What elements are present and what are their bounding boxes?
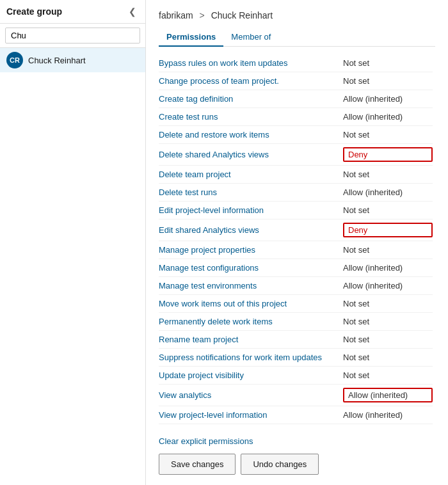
permission-name[interactable]: Edit shared Analytics views xyxy=(159,225,343,235)
table-row: Create tag definitionAllow (inherited) xyxy=(159,90,433,108)
permission-name[interactable]: Move work items out of this project xyxy=(159,299,343,308)
sidebar-title: Create group xyxy=(6,6,62,17)
permission-name[interactable]: Delete team project xyxy=(159,170,343,179)
permission-name[interactable]: Delete and restore work items xyxy=(159,130,343,139)
breadcrumb-separator: > xyxy=(200,10,205,20)
permission-name[interactable]: Change process of team project. xyxy=(159,76,343,86)
table-row: Delete and restore work itemsNot set xyxy=(159,126,433,144)
permission-name[interactable]: Manage test configurations xyxy=(159,263,343,273)
permission-value: Allow (inherited) xyxy=(343,112,433,122)
permission-name[interactable]: Bypass rules on work item updates xyxy=(159,58,343,68)
footer: Clear explicit permissions Save changes … xyxy=(159,429,435,485)
table-row: Delete test runsAllow (inherited) xyxy=(159,184,433,202)
permission-value: Allow (inherited) xyxy=(343,187,433,197)
clear-explicit-permissions-link[interactable]: Clear explicit permissions xyxy=(159,436,435,446)
permission-name[interactable]: Suppress notifications for work item upd… xyxy=(159,353,343,362)
permission-name[interactable]: Permanently delete work items xyxy=(159,317,343,326)
permission-value: Not set xyxy=(343,76,433,86)
permission-name[interactable]: Create test runs xyxy=(159,112,343,122)
permission-value: Not set xyxy=(343,245,433,255)
table-row: Permanently delete work itemsNot set xyxy=(159,313,433,331)
permission-name[interactable]: Manage test environments xyxy=(159,281,343,290)
table-row: Delete shared Analytics viewsDeny xyxy=(159,144,433,166)
permission-value: Allow (inherited) xyxy=(343,263,433,273)
sidebar-search-input[interactable] xyxy=(5,28,140,44)
permission-value: Not set xyxy=(343,317,433,326)
table-row: Manage project propertiesNot set xyxy=(159,241,433,259)
table-row: Bypass rules on work item updatesNot set xyxy=(159,54,433,72)
sidebar-collapse-button[interactable]: ❮ xyxy=(126,5,139,18)
table-row: Manage test environmentsAllow (inherited… xyxy=(159,277,433,295)
table-row: Delete team projectNot set xyxy=(159,166,433,184)
table-row: View analyticsAllow (inherited) xyxy=(159,385,433,406)
permission-value: Not set xyxy=(343,205,433,215)
breadcrumb-org: fabrikam xyxy=(159,10,193,20)
sidebar-user-list: CR Chuck Reinhart xyxy=(0,48,145,485)
permission-name[interactable]: Delete shared Analytics views xyxy=(159,150,343,159)
permission-value: Not set xyxy=(343,299,433,308)
tabs: Permissions Member of xyxy=(159,28,435,47)
permission-value: Not set xyxy=(343,130,433,139)
permission-value: Allow (inherited) xyxy=(343,281,433,290)
table-row: Change process of team project.Not set xyxy=(159,72,433,90)
permission-name[interactable]: Manage project properties xyxy=(159,245,343,255)
permission-name[interactable]: Update project visibility xyxy=(159,370,343,380)
table-row: Manage test configurationsAllow (inherit… xyxy=(159,259,433,277)
permission-name[interactable]: Create tag definition xyxy=(159,94,343,104)
permission-value: Not set xyxy=(343,58,433,68)
sidebar: Create group ❮ CR Chuck Reinhart xyxy=(0,0,146,485)
permission-name[interactable]: View analytics xyxy=(159,390,343,400)
table-row: Suppress notifications for work item upd… xyxy=(159,349,433,367)
permission-value: Allow (inherited) xyxy=(343,410,433,420)
avatar: CR xyxy=(6,52,23,68)
user-name: Chuck Reinhart xyxy=(28,56,86,65)
permission-value: Deny xyxy=(343,223,433,237)
table-row: Update project visibilityNot set xyxy=(159,367,433,385)
permission-name[interactable]: Delete test runs xyxy=(159,187,343,197)
sidebar-header: Create group ❮ xyxy=(0,0,145,24)
permission-name[interactable]: Rename team project xyxy=(159,335,343,344)
permission-value: Allow (inherited) xyxy=(343,388,433,402)
main-content: fabrikam > Chuck Reinhart Permissions Me… xyxy=(146,0,448,485)
permissions-table: Bypass rules on work item updatesNot set… xyxy=(159,54,435,429)
sidebar-user-item[interactable]: CR Chuck Reinhart xyxy=(0,48,145,72)
table-row: Move work items out of this projectNot s… xyxy=(159,295,433,313)
tab-member-of[interactable]: Member of xyxy=(223,28,278,47)
tab-permissions[interactable]: Permissions xyxy=(159,28,223,47)
permission-value: Deny xyxy=(343,147,433,162)
permission-value: Not set xyxy=(343,370,433,380)
table-row: Edit shared Analytics viewsDeny xyxy=(159,219,433,241)
undo-changes-button[interactable]: Undo changes xyxy=(241,454,319,475)
permission-name[interactable]: View project-level information xyxy=(159,410,343,420)
sidebar-search-container xyxy=(0,24,145,48)
permission-value: Not set xyxy=(343,353,433,362)
permission-value: Not set xyxy=(343,335,433,344)
footer-buttons: Save changes Undo changes xyxy=(159,454,435,475)
save-changes-button[interactable]: Save changes xyxy=(159,454,236,475)
table-row: View project-level informationAllow (inh… xyxy=(159,406,433,424)
table-row: Edit project-level informationNot set xyxy=(159,202,433,219)
breadcrumb-user: Chuck Reinhart xyxy=(211,10,273,20)
permission-value: Not set xyxy=(343,170,433,179)
breadcrumb: fabrikam > Chuck Reinhart xyxy=(159,10,435,20)
table-row: Create test runsAllow (inherited) xyxy=(159,108,433,126)
table-row: Rename team projectNot set xyxy=(159,331,433,349)
table-row: View test runsAllow (inherited) xyxy=(159,424,433,429)
permission-name[interactable]: Edit project-level information xyxy=(159,205,343,215)
permission-value: Allow (inherited) xyxy=(343,94,433,104)
